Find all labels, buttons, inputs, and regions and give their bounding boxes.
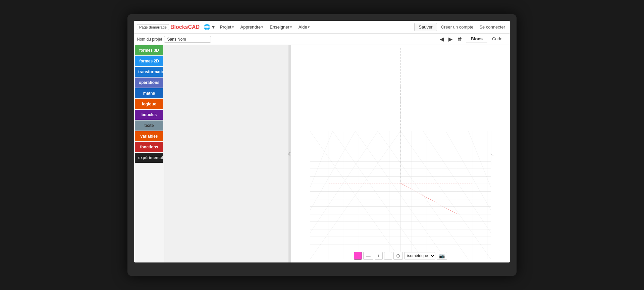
zoom-in-button[interactable]: + (375, 252, 383, 260)
monitor: Page démarrage BlocksCAD 🌐 ▾ Projet ▾ Ap… (127, 14, 517, 276)
learn-chevron-icon: ▾ (261, 25, 263, 29)
screen: Page démarrage BlocksCAD 🌐 ▾ Projet ▾ Ap… (134, 21, 510, 262)
sidebar-item-experimental[interactable]: expérimental (135, 153, 163, 163)
sidebar-item-texte[interactable]: texte (135, 120, 163, 131)
svg-line-28 (333, 131, 423, 259)
tab-blocks[interactable]: Blocs (466, 35, 487, 43)
teach-menu-button[interactable]: Enseigner ▾ (267, 23, 294, 31)
logo-prefix: Blocks (170, 24, 188, 30)
nav-right: Sauver Créer un compte Se connecter (414, 23, 507, 31)
learn-menu-label: Apprendre (240, 25, 261, 30)
svg-line-31 (400, 131, 491, 259)
view-toggle: Blocs Code (466, 35, 507, 43)
svg-line-30 (378, 131, 469, 259)
svg-line-45 (490, 154, 493, 156)
sidebar-item-boucles[interactable]: boucles (135, 110, 163, 120)
undo-button[interactable]: ◀ (438, 35, 445, 43)
sidebar-item-fonctions[interactable]: fonctions (135, 142, 163, 152)
sidebar: formes 3D formes 2D transformations opér… (134, 45, 164, 262)
redo-button[interactable]: ▶ (447, 35, 454, 43)
project-name-label: Nom du projet (137, 37, 162, 42)
blocks-workspace (164, 45, 288, 262)
viewport-toolbar: — + − ⊙ isométrique 📷 (291, 252, 510, 260)
sidebar-item-maths[interactable]: maths (135, 88, 163, 98)
help-menu-label: Aide (299, 25, 307, 30)
teach-chevron-icon: ▾ (290, 25, 292, 29)
create-account-button[interactable]: Créer un compte (439, 23, 476, 31)
project-name-input[interactable] (164, 36, 211, 43)
sidebar-item-variables[interactable]: variables (135, 131, 163, 141)
view-mode-select[interactable]: isométrique (404, 252, 435, 259)
3d-viewport: — + − ⊙ isométrique 📷 (291, 45, 510, 262)
sidebar-item-formes3d[interactable]: formes 3D (135, 45, 163, 55)
zoom-out-button[interactable]: − (384, 252, 392, 260)
svg-line-42 (400, 183, 457, 214)
help-menu-button[interactable]: Aide ▾ (296, 23, 312, 31)
sidebar-item-transformations[interactable]: transformations (135, 67, 163, 77)
sidebar-item-logique[interactable]: logique (135, 99, 163, 109)
svg-line-34 (468, 131, 491, 188)
line-tool-button[interactable]: — (363, 252, 373, 260)
toolbar-icons: ◀ ▶ 🗑 (438, 35, 464, 43)
project-chevron-icon: ▾ (232, 25, 234, 29)
learn-menu-button[interactable]: Apprendre ▾ (238, 23, 266, 31)
app-logo: BlocksCAD (170, 24, 200, 30)
resize-handle[interactable] (288, 45, 291, 262)
save-button[interactable]: Sauver (414, 23, 437, 31)
language-button[interactable]: 🌐 ▾ (202, 23, 216, 31)
project-menu-label: Projet (220, 25, 231, 30)
tab-code[interactable]: Code (487, 35, 507, 43)
help-chevron-icon: ▾ (308, 25, 310, 29)
sidebar-item-formes2d[interactable]: formes 2D (135, 56, 163, 66)
color-swatch[interactable] (354, 252, 362, 260)
camera-button[interactable]: 📷 (437, 252, 447, 260)
project-menu-button[interactable]: Projet ▾ (217, 23, 236, 31)
logo-suffix: CAD (188, 24, 200, 30)
sidebar-item-operations[interactable]: opérations (135, 78, 163, 88)
svg-line-39 (310, 131, 332, 188)
delete-button[interactable]: 🗑 (455, 35, 464, 43)
teach-menu-label: Enseigner (270, 25, 289, 30)
login-button[interactable]: Se connecter (477, 23, 507, 31)
project-toolbar: Nom du projet ◀ ▶ 🗑 Blocs Code (134, 34, 510, 45)
top-navigation: Page démarrage BlocksCAD 🌐 ▾ Projet ▾ Ap… (134, 21, 510, 34)
3d-grid (291, 45, 510, 262)
page-demarrage-button[interactable]: Page démarrage (137, 24, 169, 30)
reset-view-button[interactable]: ⊙ (393, 252, 403, 260)
main-content: formes 3D formes 2D transformations opér… (134, 45, 510, 262)
